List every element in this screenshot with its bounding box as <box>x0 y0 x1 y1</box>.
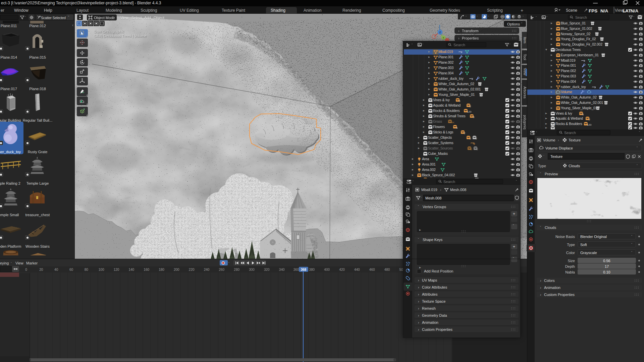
svg-text:Z: Z <box>439 31 441 34</box>
svg-text:Y: Y <box>443 37 444 39</box>
